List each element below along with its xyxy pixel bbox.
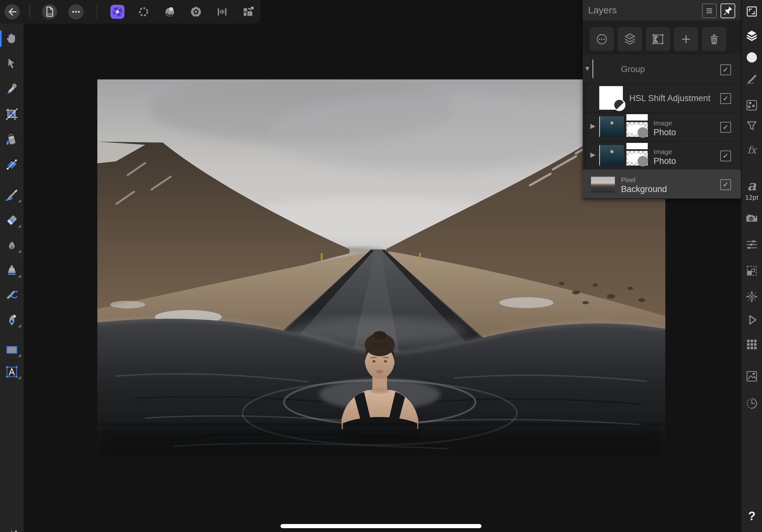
layer-visibility-checkbox[interactable]: ✓	[720, 64, 731, 75]
tool-burn-flame[interactable]: ◢	[0, 237, 24, 253]
photo-persona-button[interactable]	[111, 5, 124, 19]
font-size-label: 12pt	[745, 194, 758, 201]
studio-sidebar: fx a 12pt	[741, 0, 762, 532]
studio-brushes[interactable]	[745, 72, 759, 86]
tool-brush-dynamics[interactable]	[0, 528, 24, 532]
adjustment-badge-icon	[613, 99, 625, 111]
mask-icon	[650, 32, 665, 46]
studio-typography[interactable]: a	[745, 179, 759, 193]
history-clock-icon	[745, 396, 759, 411]
back-button[interactable]	[4, 4, 20, 20]
layer-options-button[interactable]	[702, 4, 717, 18]
layer-visibility-checkbox[interactable]: ✓	[720, 151, 731, 162]
crop-icon	[5, 107, 19, 121]
paintbrush-icon	[5, 188, 19, 202]
liquify-persona-button[interactable]	[163, 5, 177, 19]
circle-ellipsis-icon	[594, 32, 609, 46]
layer-type-label: Image	[653, 119, 672, 127]
studio-develop-sliders[interactable]	[745, 237, 759, 252]
layers-panel-title: Layers	[588, 5, 617, 16]
tool-paint-brush[interactable]: ◢	[0, 187, 24, 203]
studio-panel-resize[interactable]	[745, 4, 759, 19]
layer-thumbnail	[599, 145, 624, 166]
tool-crop[interactable]	[0, 106, 24, 122]
photo-composite	[97, 79, 665, 458]
studio-stock[interactable]	[745, 211, 759, 225]
studio-adjustments[interactable]	[745, 98, 759, 112]
subtool-indicator: ◢	[18, 224, 21, 228]
undo-brush-icon	[5, 288, 19, 302]
studio-history[interactable]	[745, 396, 759, 411]
more-button[interactable]	[68, 4, 84, 20]
tool-move[interactable]	[0, 56, 24, 72]
layers-stack-icon	[745, 29, 759, 43]
tool-clone-stamp[interactable]: ◢	[0, 262, 24, 279]
tool-color-picker[interactable]	[0, 81, 24, 97]
layer-row-group[interactable]: ▼ Group ✓	[583, 55, 741, 84]
collapse-triangle[interactable]: ▼	[584, 65, 591, 72]
studio-color[interactable]	[745, 50, 759, 64]
color-circle-icon	[745, 50, 759, 64]
layer-row-hsl-adjustment[interactable]: HSL Shift Adjustment ✓	[583, 84, 741, 113]
add-layer-button[interactable]	[674, 27, 698, 51]
hand-icon	[5, 31, 19, 45]
help-button[interactable]: ?	[745, 509, 759, 523]
liquify-persona-icon	[163, 5, 176, 18]
tools-sidebar: ◢ ◢ ◢ ◢	[0, 24, 24, 532]
tool-undo-brush[interactable]	[0, 287, 24, 303]
paint-bucket-icon	[5, 133, 19, 147]
studio-stock-images[interactable]	[745, 369, 759, 383]
layer-more-options-button[interactable]	[590, 27, 614, 51]
tone-mapping-persona-button[interactable]	[215, 5, 229, 19]
layers-panel-toolbar	[583, 21, 741, 55]
document-button[interactable]	[42, 4, 57, 20]
layer-label: Photo	[653, 156, 676, 166]
studio-channels[interactable]	[745, 337, 759, 352]
home-indicator[interactable]	[280, 524, 482, 528]
studio-transform[interactable]	[745, 264, 759, 278]
layer-label: Group	[621, 64, 645, 74]
layer-row-background[interactable]: Pixel Background ✓	[583, 170, 741, 199]
layer-thumbnail	[592, 60, 617, 78]
tool-erase-brush[interactable]: ◢	[0, 212, 24, 229]
tool-view-hand[interactable]	[0, 30, 24, 46]
tool-text[interactable]: ◢	[0, 364, 24, 380]
document-canvas[interactable]	[97, 79, 665, 458]
toolbar-divider	[29, 5, 30, 19]
layer-visibility-checkbox[interactable]: ✓	[720, 93, 731, 104]
layer-row-photo-2[interactable]: ▶ Image Photo ✓	[583, 141, 741, 170]
studio-effects[interactable]: fx	[745, 143, 759, 157]
expand-triangle[interactable]: ▶	[590, 151, 595, 159]
layer-row-photo-1[interactable]: ▶ Image Photo ✓	[583, 112, 741, 142]
studio-filters[interactable]	[745, 119, 759, 133]
studio-navigator[interactable]	[745, 290, 759, 303]
studio-layers[interactable]	[745, 29, 759, 43]
toolbar-divider	[97, 5, 97, 19]
subtool-indicator: ◢	[18, 274, 21, 278]
delete-layer-button[interactable]	[702, 27, 726, 51]
layer-mask-button[interactable]	[646, 27, 670, 51]
corner-brackets-icon	[745, 5, 758, 18]
develop-persona-button[interactable]	[189, 5, 203, 19]
flame-icon	[5, 238, 19, 253]
expand-triangle[interactable]: ▶	[590, 122, 595, 130]
adjustments-icon	[745, 98, 759, 112]
layer-thumbnail	[599, 116, 624, 137]
layer-visibility-checkbox[interactable]: ✓	[720, 179, 731, 190]
selections-persona-button[interactable]	[137, 5, 151, 19]
eraser-icon	[5, 213, 19, 228]
subtool-indicator: ◢	[18, 323, 21, 328]
layer-arrange-button[interactable]	[618, 27, 642, 51]
export-persona-button[interactable]	[241, 5, 255, 19]
layer-visibility-checkbox[interactable]: ✓	[720, 122, 731, 133]
studio-macro-play[interactable]	[745, 313, 759, 327]
tool-shape-rectangle[interactable]: ◢	[0, 342, 24, 358]
tool-flood-fill[interactable]	[0, 132, 24, 148]
tool-gradient[interactable]	[0, 157, 24, 172]
pin-panel-button[interactable]	[721, 4, 735, 18]
gradient-icon	[5, 158, 19, 171]
subtool-indicator: ◢	[18, 375, 21, 379]
layers-panel-header: Layers	[583, 0, 741, 21]
image-icon	[745, 369, 759, 383]
tool-pen[interactable]: ◢	[0, 312, 24, 328]
